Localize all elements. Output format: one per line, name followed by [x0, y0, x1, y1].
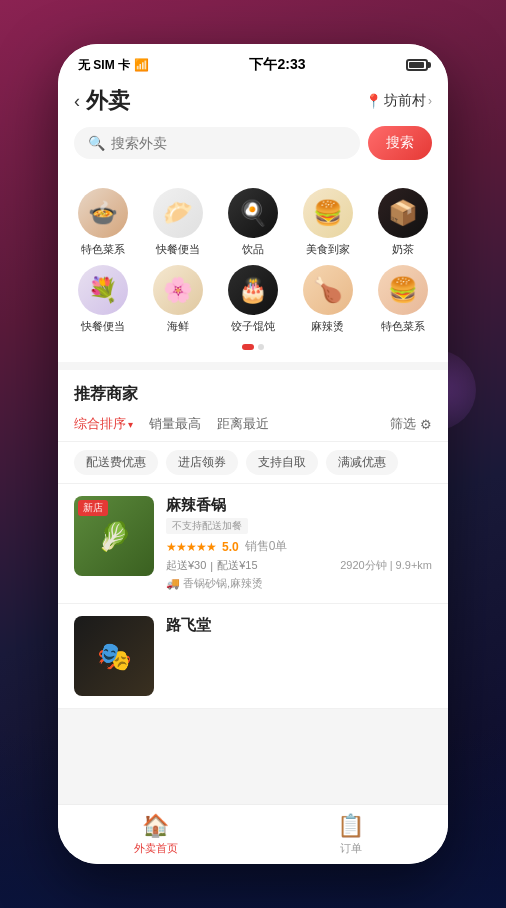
category-label-meishi: 美食到家: [306, 242, 350, 257]
status-left: 无 SIM 卡 📶: [78, 57, 149, 74]
home-icon: 🏠: [142, 813, 169, 839]
merchant-info-placeholder-2: [166, 638, 432, 688]
merchants-section: 推荐商家 综合排序 ▾ 销量最高 距离最近 筛选 ⚙ 配送费优惠: [58, 370, 448, 709]
tag-delivery-discount[interactable]: 配送费优惠: [74, 450, 158, 475]
tag-discount[interactable]: 满减优惠: [326, 450, 398, 475]
merchant-info-2: 路飞堂: [166, 616, 432, 696]
category-label-tejiacaixi: 特色菜系: [81, 242, 125, 257]
battery-icon: [406, 59, 428, 71]
category-tags-1: 🚚 香锅砂锅,麻辣烫: [166, 576, 432, 591]
dot-1: [242, 344, 254, 350]
filter-sales[interactable]: 销量最高: [149, 415, 201, 433]
category-item-meishi[interactable]: 🍔 美食到家: [290, 184, 365, 261]
merchant-subtag-1: 不支持配送加餐: [166, 518, 248, 534]
merchant-info-1: 麻辣香锅 不支持配送加餐 ★★★★★ 5.0 销售0单 起送¥30 | 配送¥1…: [166, 496, 432, 591]
wifi-icon: 📶: [134, 58, 149, 72]
category-item-yinpin[interactable]: 🍳 饮品: [216, 184, 291, 261]
category-grid-row2: 💐 快餐便当 🌸 海鲜 🎂 饺子馄饨 🍗 麻辣烫 🍔 特色菜系: [66, 261, 440, 338]
category-label-jiaozi: 饺子馄饨: [231, 319, 275, 334]
delivery-icon-1: 🚚: [166, 577, 180, 590]
filter-sales-label: 销量最高: [149, 415, 201, 433]
category-item-haixian[interactable]: 🌸 海鲜: [141, 261, 216, 338]
search-icon: 🔍: [88, 135, 105, 151]
merchant-image-2: 🎭: [74, 616, 154, 696]
page-dots: [66, 338, 440, 354]
category-item-malatan[interactable]: 🍗 麻辣烫: [290, 261, 365, 338]
merchant-img-wrap-1: 🥬 新店: [74, 496, 154, 591]
merchants-title: 推荐商家: [58, 370, 448, 405]
dropdown-arrow-icon: ▾: [128, 419, 133, 430]
page-title: 外卖: [86, 86, 130, 116]
category-img-yinpin: 🍳: [228, 188, 278, 238]
category-label-malatan: 麻辣烫: [311, 319, 344, 334]
category-item-naicha[interactable]: 📦 奶茶: [365, 184, 440, 261]
category-item-kuaican2[interactable]: 💐 快餐便当: [66, 261, 141, 338]
sales-text-1: 销售0单: [245, 538, 288, 555]
tag-coupon[interactable]: 进店领券: [166, 450, 238, 475]
location-text: 坊前村: [384, 92, 426, 110]
status-right: [406, 59, 428, 71]
carrier-text: 无 SIM 卡: [78, 57, 130, 74]
rating-score-1: 5.0: [222, 540, 239, 554]
category-img-malatan: 🍗: [303, 265, 353, 315]
tab-orders-label: 订单: [340, 841, 362, 856]
filter-distance-label: 距离最近: [217, 415, 269, 433]
filter-distance[interactable]: 距离最近: [217, 415, 269, 433]
category-label-kuaican: 快餐便当: [156, 242, 200, 257]
filter-comprehensive[interactable]: 综合排序 ▾: [74, 415, 133, 433]
category-label-tejia2: 特色菜系: [381, 319, 425, 334]
filter-comprehensive-label: 综合排序: [74, 415, 126, 433]
category-item-tejia2[interactable]: 🍔 特色菜系: [365, 261, 440, 338]
category-item-kuaican[interactable]: 🥟 快餐便当: [141, 184, 216, 261]
search-button[interactable]: 搜索: [368, 126, 432, 160]
category-img-naicha: 📦: [378, 188, 428, 238]
category-label-yinpin: 饮品: [242, 242, 264, 257]
orders-icon: 📋: [337, 813, 364, 839]
category-label-naicha: 奶茶: [392, 242, 414, 257]
merchant-name-2: 路飞堂: [166, 616, 432, 635]
header-left: ‹ 外卖: [74, 86, 130, 116]
merchant-card-lufeitang[interactable]: 🎭 路飞堂: [58, 604, 448, 709]
merchant-badge-1: 新店: [78, 500, 108, 516]
tag-self-pickup[interactable]: 支持自取: [246, 450, 318, 475]
search-input-wrap: 🔍: [74, 127, 360, 159]
search-input[interactable]: [111, 135, 346, 151]
location-pin-icon: 📍: [365, 93, 382, 109]
category-grid-row1: 🍲 特色菜系 🥟 快餐便当 🍳 饮品 🍔 美食到家 📦 奶茶: [66, 184, 440, 261]
filter-bar: 综合排序 ▾ 销量最高 距离最近 筛选 ⚙: [58, 405, 448, 442]
rating-row-1: ★★★★★ 5.0 销售0单: [166, 538, 432, 555]
category-item-jiaozi[interactable]: 🎂 饺子馄饨: [216, 261, 291, 338]
stars-1: ★★★★★: [166, 540, 216, 554]
tag-bar: 配送费优惠 进店领券 支持自取 满减优惠: [58, 442, 448, 484]
delivery-fee-1: 配送¥15: [217, 558, 257, 573]
category-item-tejiacaixi[interactable]: 🍲 特色菜系: [66, 184, 141, 261]
filter-advanced[interactable]: 筛选 ⚙: [390, 415, 432, 433]
tab-home[interactable]: 🏠 外卖首页: [58, 805, 253, 864]
category-img-tejiacaixi: 🍲: [78, 188, 128, 238]
main-content: 🍲 特色菜系 🥟 快餐便当 🍳 饮品 🍔 美食到家 📦 奶茶: [58, 172, 448, 828]
category-section: 🍲 特色菜系 🥟 快餐便当 🍳 饮品 🍔 美食到家 📦 奶茶: [58, 172, 448, 362]
category-label-haixian: 海鲜: [167, 319, 189, 334]
separator-1: |: [210, 560, 213, 572]
app-header: ‹ 外卖 📍 坊前村 ›: [58, 80, 448, 126]
filter-right-label: 筛选: [390, 415, 416, 433]
status-time: 下午2:33: [249, 56, 305, 74]
search-bar: 🔍 搜索: [58, 126, 448, 172]
tab-home-label: 外卖首页: [134, 841, 178, 856]
category-tag-text-1: 香锅砂锅,麻辣烫: [183, 576, 263, 591]
dot-2: [258, 344, 264, 350]
status-bar: 无 SIM 卡 📶 下午2:33: [58, 44, 448, 80]
delivery-row-1: 起送¥30 | 配送¥15 2920分钟 | 9.9+km: [166, 558, 432, 573]
category-img-jiaozi: 🎂: [228, 265, 278, 315]
tab-orders[interactable]: 📋 订单: [253, 805, 448, 864]
merchant-card-malaxiangguo[interactable]: 🥬 新店 麻辣香锅 不支持配送加餐 ★★★★★ 5.0 销售0单 起送¥30: [58, 484, 448, 604]
distance-1: 2920分钟 | 9.9+km: [340, 558, 432, 573]
category-img-haixian: 🌸: [153, 265, 203, 315]
chevron-right-icon: ›: [428, 94, 432, 108]
category-label-kuaican2: 快餐便当: [81, 319, 125, 334]
back-button[interactable]: ‹: [74, 91, 80, 112]
min-order-1: 起送¥30: [166, 558, 206, 573]
header-location[interactable]: 📍 坊前村 ›: [365, 92, 432, 110]
category-img-kuaican: 🥟: [153, 188, 203, 238]
filter-icon: ⚙: [420, 417, 432, 432]
